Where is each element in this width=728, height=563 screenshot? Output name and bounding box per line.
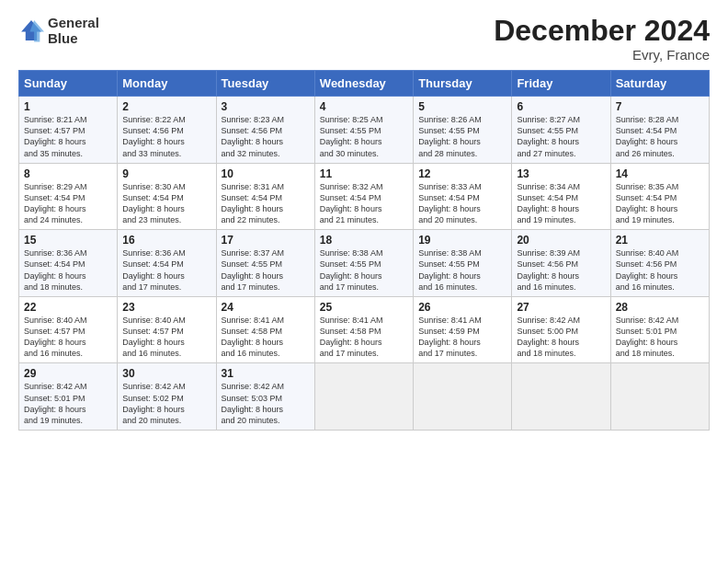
day-number: 3 bbox=[222, 100, 310, 113]
calendar-cell: 21Sunrise: 8:40 AM Sunset: 4:56 PM Dayli… bbox=[610, 230, 709, 297]
calendar-page: General Blue December 2024 Evry, France … bbox=[0, 0, 728, 440]
calendar-cell: 26Sunrise: 8:41 AM Sunset: 4:59 PM Dayli… bbox=[414, 296, 512, 363]
header-friday: Friday bbox=[512, 71, 610, 97]
day-info: Sunrise: 8:28 AM Sunset: 4:54 PM Dayligh… bbox=[616, 114, 704, 159]
calendar-cell: 17Sunrise: 8:37 AM Sunset: 4:55 PM Dayli… bbox=[216, 230, 314, 297]
calendar-cell: 4Sunrise: 8:25 AM Sunset: 4:55 PM Daylig… bbox=[314, 97, 413, 164]
day-number: 15 bbox=[24, 234, 112, 247]
calendar-title: December 2024 bbox=[494, 15, 710, 47]
day-number: 17 bbox=[222, 234, 310, 247]
day-info: Sunrise: 8:36 AM Sunset: 4:54 PM Dayligh… bbox=[24, 247, 112, 293]
day-info: Sunrise: 8:37 AM Sunset: 4:55 PM Dayligh… bbox=[222, 247, 310, 293]
calendar-cell: 18Sunrise: 8:38 AM Sunset: 4:55 PM Dayli… bbox=[314, 230, 413, 297]
day-info: Sunrise: 8:35 AM Sunset: 4:54 PM Dayligh… bbox=[616, 181, 704, 226]
day-info: Sunrise: 8:34 AM Sunset: 4:54 PM Dayligh… bbox=[517, 181, 605, 226]
day-info: Sunrise: 8:32 AM Sunset: 4:54 PM Dayligh… bbox=[320, 181, 408, 226]
day-number: 24 bbox=[222, 301, 310, 314]
day-number: 10 bbox=[222, 167, 310, 180]
day-number: 21 bbox=[616, 234, 704, 247]
day-info: Sunrise: 8:26 AM Sunset: 4:55 PM Dayligh… bbox=[418, 114, 506, 159]
day-info: Sunrise: 8:33 AM Sunset: 4:54 PM Dayligh… bbox=[418, 181, 506, 226]
calendar-cell: 19Sunrise: 8:38 AM Sunset: 4:55 PM Dayli… bbox=[414, 230, 512, 297]
calendar-week-3: 15Sunrise: 8:36 AM Sunset: 4:54 PM Dayli… bbox=[19, 230, 710, 297]
day-info: Sunrise: 8:31 AM Sunset: 4:54 PM Dayligh… bbox=[222, 181, 310, 226]
calendar-cell: 5Sunrise: 8:26 AM Sunset: 4:55 PM Daylig… bbox=[414, 97, 512, 164]
day-number: 13 bbox=[517, 167, 605, 180]
calendar-cell: 28Sunrise: 8:42 AM Sunset: 5:01 PM Dayli… bbox=[610, 296, 709, 363]
day-number: 18 bbox=[320, 234, 408, 247]
header-monday: Monday bbox=[118, 71, 216, 97]
day-number: 12 bbox=[418, 167, 506, 180]
calendar-cell: 27Sunrise: 8:42 AM Sunset: 5:00 PM Dayli… bbox=[512, 296, 610, 363]
calendar-cell: 3Sunrise: 8:23 AM Sunset: 4:56 PM Daylig… bbox=[216, 97, 314, 164]
day-info: Sunrise: 8:23 AM Sunset: 4:56 PM Dayligh… bbox=[222, 114, 310, 159]
header-saturday: Saturday bbox=[610, 71, 709, 97]
day-number: 22 bbox=[24, 301, 112, 314]
calendar-body: 1Sunrise: 8:21 AM Sunset: 4:57 PM Daylig… bbox=[19, 97, 710, 431]
day-number: 20 bbox=[517, 234, 605, 247]
day-number: 14 bbox=[616, 167, 704, 180]
day-number: 27 bbox=[517, 301, 605, 314]
day-number: 23 bbox=[122, 301, 210, 314]
calendar-cell bbox=[314, 363, 413, 431]
calendar-table: Sunday Monday Tuesday Wednesday Thursday… bbox=[18, 70, 710, 431]
day-info: Sunrise: 8:25 AM Sunset: 4:55 PM Dayligh… bbox=[320, 114, 408, 159]
day-number: 1 bbox=[24, 100, 112, 113]
calendar-cell: 8Sunrise: 8:29 AM Sunset: 4:54 PM Daylig… bbox=[19, 163, 118, 230]
day-info: Sunrise: 8:21 AM Sunset: 4:57 PM Dayligh… bbox=[24, 114, 112, 159]
day-info: Sunrise: 8:42 AM Sunset: 5:02 PM Dayligh… bbox=[122, 381, 210, 426]
day-number: 31 bbox=[222, 367, 310, 380]
day-info: Sunrise: 8:42 AM Sunset: 5:00 PM Dayligh… bbox=[517, 315, 605, 360]
calendar-cell bbox=[512, 363, 610, 431]
calendar-cell: 6Sunrise: 8:27 AM Sunset: 4:55 PM Daylig… bbox=[512, 97, 610, 164]
calendar-cell: 31Sunrise: 8:42 AM Sunset: 5:03 PM Dayli… bbox=[216, 363, 314, 431]
calendar-cell: 30Sunrise: 8:42 AM Sunset: 5:02 PM Dayli… bbox=[118, 363, 216, 431]
calendar-cell bbox=[414, 363, 512, 431]
calendar-subtitle: Evry, France bbox=[494, 47, 710, 63]
calendar-cell: 20Sunrise: 8:39 AM Sunset: 4:56 PM Dayli… bbox=[512, 230, 610, 297]
calendar-cell: 23Sunrise: 8:40 AM Sunset: 4:57 PM Dayli… bbox=[118, 296, 216, 363]
calendar-cell: 10Sunrise: 8:31 AM Sunset: 4:54 PM Dayli… bbox=[216, 163, 314, 230]
calendar-cell: 29Sunrise: 8:42 AM Sunset: 5:01 PM Dayli… bbox=[19, 363, 118, 431]
day-info: Sunrise: 8:36 AM Sunset: 4:54 PM Dayligh… bbox=[122, 247, 210, 293]
day-number: 4 bbox=[320, 100, 408, 113]
calendar-cell: 2Sunrise: 8:22 AM Sunset: 4:56 PM Daylig… bbox=[118, 97, 216, 164]
day-info: Sunrise: 8:39 AM Sunset: 4:56 PM Dayligh… bbox=[517, 247, 605, 293]
calendar-cell: 22Sunrise: 8:40 AM Sunset: 4:57 PM Dayli… bbox=[19, 296, 118, 363]
header-thursday: Thursday bbox=[414, 71, 512, 97]
day-info: Sunrise: 8:38 AM Sunset: 4:55 PM Dayligh… bbox=[320, 247, 408, 293]
calendar-cell: 15Sunrise: 8:36 AM Sunset: 4:54 PM Dayli… bbox=[19, 230, 118, 297]
day-info: Sunrise: 8:42 AM Sunset: 5:01 PM Dayligh… bbox=[24, 381, 112, 426]
calendar-cell: 14Sunrise: 8:35 AM Sunset: 4:54 PM Dayli… bbox=[610, 163, 709, 230]
calendar-cell bbox=[610, 363, 709, 431]
day-info: Sunrise: 8:29 AM Sunset: 4:54 PM Dayligh… bbox=[24, 181, 112, 226]
day-info: Sunrise: 8:22 AM Sunset: 4:56 PM Dayligh… bbox=[122, 114, 210, 159]
day-number: 29 bbox=[24, 367, 112, 380]
day-info: Sunrise: 8:38 AM Sunset: 4:55 PM Dayligh… bbox=[418, 247, 506, 293]
calendar-cell: 24Sunrise: 8:41 AM Sunset: 4:58 PM Dayli… bbox=[216, 296, 314, 363]
day-info: Sunrise: 8:41 AM Sunset: 4:59 PM Dayligh… bbox=[418, 315, 506, 360]
calendar-cell: 25Sunrise: 8:41 AM Sunset: 4:58 PM Dayli… bbox=[314, 296, 413, 363]
day-info: Sunrise: 8:41 AM Sunset: 4:58 PM Dayligh… bbox=[222, 315, 310, 360]
calendar-week-1: 1Sunrise: 8:21 AM Sunset: 4:57 PM Daylig… bbox=[19, 97, 710, 164]
calendar-cell: 16Sunrise: 8:36 AM Sunset: 4:54 PM Dayli… bbox=[118, 230, 216, 297]
day-number: 26 bbox=[418, 301, 506, 314]
header-sunday: Sunday bbox=[19, 71, 118, 97]
day-number: 19 bbox=[418, 234, 506, 247]
day-info: Sunrise: 8:40 AM Sunset: 4:56 PM Dayligh… bbox=[616, 247, 704, 293]
title-block: December 2024 Evry, France bbox=[494, 15, 710, 63]
header-tuesday: Tuesday bbox=[216, 71, 314, 97]
calendar-cell: 13Sunrise: 8:34 AM Sunset: 4:54 PM Dayli… bbox=[512, 163, 610, 230]
calendar-week-2: 8Sunrise: 8:29 AM Sunset: 4:54 PM Daylig… bbox=[19, 163, 710, 230]
day-info: Sunrise: 8:42 AM Sunset: 5:03 PM Dayligh… bbox=[222, 381, 310, 426]
day-info: Sunrise: 8:41 AM Sunset: 4:58 PM Dayligh… bbox=[320, 315, 408, 360]
day-info: Sunrise: 8:40 AM Sunset: 4:57 PM Dayligh… bbox=[122, 315, 210, 360]
day-info: Sunrise: 8:42 AM Sunset: 5:01 PM Dayligh… bbox=[616, 315, 704, 360]
calendar-cell: 9Sunrise: 8:30 AM Sunset: 4:54 PM Daylig… bbox=[118, 163, 216, 230]
day-number: 5 bbox=[418, 100, 506, 113]
day-number: 6 bbox=[517, 100, 605, 113]
day-number: 8 bbox=[24, 167, 112, 180]
day-number: 9 bbox=[122, 167, 210, 180]
calendar-cell: 11Sunrise: 8:32 AM Sunset: 4:54 PM Dayli… bbox=[314, 163, 413, 230]
logo-icon bbox=[18, 17, 44, 43]
